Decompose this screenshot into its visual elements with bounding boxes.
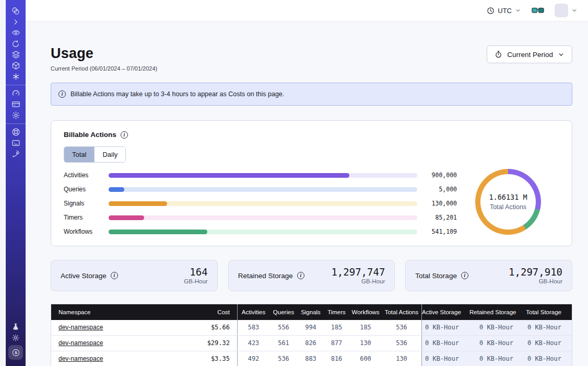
column-header-namespace: Namespace [51,304,186,320]
cell-timers: 877 [324,336,349,351]
period-dropdown-label: Current Period [507,51,553,59]
namespace-link[interactable]: dev-namespace [58,355,103,362]
bar-value: 541,109 [426,228,457,235]
tab-daily[interactable]: Daily [95,147,125,162]
column-header-queries: Queries [269,304,298,320]
bar-label: Signals [64,200,109,207]
sidebar-item-schedules[interactable] [8,38,23,49]
info-icon[interactable] [121,131,128,139]
sidebar-item-cli[interactable] [8,138,23,148]
rocket-icon [11,150,20,158]
sidebar-item-deployments[interactable] [8,60,23,71]
credit-card-icon [11,100,20,109]
info-icon[interactable] [461,272,468,279]
cell-workflows: 130 [349,336,382,351]
sidebar-item-logo[interactable] [8,5,23,16]
terminal-window-icon [11,139,20,147]
sidebar-item-settings[interactable] [8,110,23,121]
info-banner-text: Billable Actions may take up to 3-4 hour… [70,90,284,98]
sidebar-item-billing[interactable] [8,99,23,110]
timezone-label: UTC [498,7,512,15]
cell-total-actions: 536 [382,320,421,335]
cell-namespace: dev-namespace [51,336,186,351]
info-icon[interactable] [111,272,118,279]
bar-row-signals: Signals130,000 [64,201,457,206]
history-icon [11,40,20,48]
cell-namespace: dev-namespace [51,351,186,366]
bar-row-queries: Queries5,000 [64,187,457,192]
cell-active-storage: 0 KB-Hour [421,320,469,335]
bar-fill [109,187,124,192]
storage-card-retained-storage: Retained Storage1,297,747GB-Hour [228,260,395,291]
stopwatch-icon [495,50,502,59]
sidebar-item-nexus[interactable] [8,71,23,82]
sidebar-expand-button[interactable] [8,16,23,27]
donut-total-label: Total Actions [490,203,526,211]
bar-fill [109,201,167,206]
bar-track [109,230,417,234]
bar-label: Workflows [64,228,109,235]
cell-activities: 423 [237,336,269,351]
tab-total[interactable]: Total [64,147,95,162]
table-row: dev-namespace$5.665835569941851855360 KB… [51,320,572,336]
sidebar: $ [6,0,26,366]
cell-retained-storage: 0 KB-Hour [469,320,524,335]
sidebar-item-getting-started[interactable] [8,148,23,159]
sidebar-divider [6,85,26,85]
storage-card-value-block: 1,297,747GB-Hour [331,267,385,284]
namespace-link[interactable]: dev-namespace [58,339,103,347]
lifebuoy-icon [11,128,20,136]
storage-card-label: Total Storage [415,272,468,280]
billable-actions-tabs: Total Daily [64,146,126,163]
sidebar-item-namespaces[interactable] [8,49,23,60]
cube-icon [11,61,20,70]
info-banner: Billable Actions may take up to 3-4 hour… [51,83,572,106]
storage-card-label: Active Storage [61,272,118,280]
info-icon[interactable] [297,272,304,279]
timezone-selector[interactable]: UTC [487,7,521,15]
cell-queries: 536 [269,351,298,366]
donut-ring: 1.66131 M Total Actions [475,169,541,235]
storage-label-text: Active Storage [61,272,107,280]
period-dropdown-button[interactable]: Current Period [487,45,572,63]
storage-card-unit: GB-Hour [509,278,562,284]
column-header-cost: Cost [186,304,237,320]
eye-icon [11,28,20,37]
sidebar-item-usage[interactable] [8,88,23,99]
temporal-logo-icon [11,6,20,16]
sidebar-item-usage-billing-active[interactable]: $ [8,345,23,360]
storage-card-unit: GB-Hour [184,278,207,284]
feedback-glasses-button[interactable] [532,6,544,15]
column-header-timers: Timers [324,304,349,320]
cell-timers: 185 [324,320,349,335]
sidebar-item-support[interactable] [8,127,23,138]
layers-icon [11,50,20,59]
cell-namespace: dev-namespace [51,320,186,335]
sidebar-item-labs[interactable] [8,321,23,332]
namespace-link[interactable]: dev-namespace [58,324,103,331]
bar-chart: Activities900,000Queries5,000Signals130,… [64,169,457,234]
bar-value: 85,201 [426,214,457,221]
sidebar-item-theme[interactable] [8,332,23,343]
account-menu[interactable] [555,4,578,17]
cell-retained-storage: 0 KB-Hour [469,336,524,351]
storage-card-value-block: 1,297,910GB-Hour [509,267,562,284]
cell-total-storage: 0 KB-Hour [524,351,572,366]
current-period-subtitle: Current Period (06/01/2024 – 07/01/2024) [51,65,157,72]
cell-cost: $5.66 [186,320,237,335]
sidebar-item-workflows[interactable] [8,27,23,38]
storage-label-text: Total Storage [415,272,457,280]
cell-retained-storage: 0 KB-Hour [469,351,524,366]
billable-actions-card: Billable Actions Total Daily Activities9… [51,120,572,246]
cell-total-actions: 536 [382,336,421,351]
bar-label: Activities [64,171,109,179]
storage-card-value-block: 164GB-Hour [184,267,207,284]
page-content: Usage Current Period (06/01/2024 – 07/01… [26,21,588,366]
topbar: UTC [26,0,588,21]
user-avatar [555,4,568,17]
bar-track [109,187,417,192]
cell-active-storage: 0 KB-Hour [421,336,469,351]
flask-icon [11,323,20,331]
column-header-retained-storage: Retained Storage [469,304,524,320]
cell-queries: 556 [269,320,298,335]
